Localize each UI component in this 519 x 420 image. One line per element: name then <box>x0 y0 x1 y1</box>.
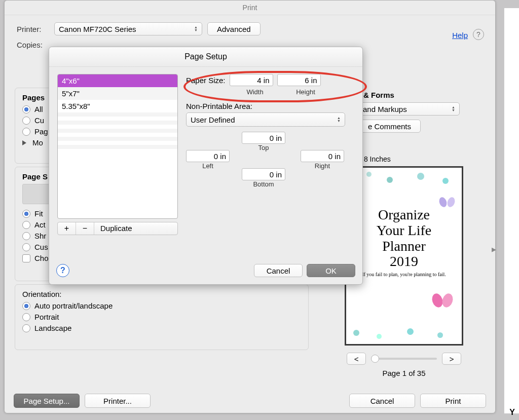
margin-right-label: Right <box>301 162 344 170</box>
add-size-button[interactable]: + <box>58 222 76 235</box>
custom-radio[interactable] <box>22 243 30 251</box>
cover-line1: Organize <box>346 207 462 223</box>
print-button[interactable]: Print <box>420 394 486 408</box>
preview-next-button[interactable]: > <box>442 353 461 365</box>
size-option-1[interactable]: 5"x7" <box>58 87 177 100</box>
size-list-toolbar: + − Duplicate <box>57 222 178 235</box>
cover-line4: 2019 <box>346 254 462 270</box>
actual-radio[interactable] <box>22 221 30 229</box>
margin-bottom-label: Bottom <box>242 180 285 188</box>
remove-size-button[interactable]: − <box>76 222 94 235</box>
orient-portrait-radio[interactable] <box>22 313 30 321</box>
butterfly-icon <box>439 197 455 208</box>
margin-bottom-input[interactable]: 0 in <box>242 168 285 180</box>
sheet-cancel-button[interactable]: Cancel <box>254 264 303 277</box>
butterfly-icon <box>432 293 453 309</box>
preview-size-label: x 8 Inches <box>358 155 475 163</box>
sheet-help-button[interactable]: ? <box>56 264 69 277</box>
pages-all-radio[interactable] <box>22 105 30 113</box>
page-setup-button[interactable]: Page Setup... <box>14 394 80 408</box>
paper-size-list[interactable]: 4"x6" 5"x7" 5.35"x8" <box>57 74 178 219</box>
paper-size-label: Paper Size: <box>186 76 226 85</box>
orient-portrait-label: Portrait <box>34 313 59 321</box>
height-label: Height <box>280 88 331 96</box>
cover-line3: Planner <box>346 239 462 254</box>
margin-left-label: Left <box>186 162 230 170</box>
summarize-comments-button[interactable]: e Comments <box>358 120 421 133</box>
cancel-button[interactable]: Cancel <box>349 394 415 408</box>
expand-right-icon[interactable]: ▸ <box>492 244 496 255</box>
chevron-updown-icon: ▲▼ <box>452 106 455 112</box>
pages-current-label: Cu <box>34 116 44 125</box>
sheet-ok-button[interactable]: OK <box>307 264 355 277</box>
preview-slider[interactable] <box>371 358 437 360</box>
width-input[interactable]: 4 in <box>230 74 273 86</box>
pages-all-label: All <box>34 105 43 113</box>
background-y-icon: Y <box>509 408 515 417</box>
orientation-group: Orientation: Auto portrait/landscape Por… <box>15 284 309 350</box>
help-icon[interactable]: ? <box>473 29 484 40</box>
size-option-2[interactable]: 5.35"x8" <box>58 100 177 112</box>
comments-selected: and Markups <box>363 105 407 113</box>
bottom-bar: Page Setup... Printer... Cancel Print <box>5 394 495 408</box>
chevron-updown-icon: ▲▼ <box>194 26 198 32</box>
duplicate-size-button[interactable]: Duplicate <box>94 222 138 235</box>
printer-selected: Canon MF720C Series <box>59 25 136 33</box>
sheet-title: Page Setup <box>49 47 362 67</box>
page-setup-sheet: Page Setup 4"x6" 5"x7" 5.35"x8" + − Dupl… <box>49 47 363 285</box>
pages-range-radio[interactable] <box>22 128 30 136</box>
advanced-button[interactable]: Advanced <box>207 22 261 35</box>
printer-button[interactable]: Printer... <box>85 394 151 408</box>
page-indicator: Page 1 of 35 <box>333 369 475 377</box>
size-option-0[interactable]: 4"x6" <box>58 74 177 87</box>
choose-checkbox[interactable] <box>22 254 30 262</box>
fit-radio[interactable] <box>22 210 30 218</box>
shrink-label: Shr <box>34 232 46 240</box>
non-printable-label: Non-Printable Area: <box>186 102 354 110</box>
shrink-radio[interactable] <box>22 232 30 240</box>
non-printable-select[interactable]: User Defined ▲▼ <box>186 112 345 127</box>
actual-label: Act <box>34 220 46 229</box>
pages-range-label: Pag <box>34 127 48 136</box>
margin-top-input[interactable]: 0 in <box>242 132 285 144</box>
orient-landscape-radio[interactable] <box>22 324 30 332</box>
help-link[interactable]: Help <box>452 31 468 40</box>
orient-auto-label: Auto portrait/landscape <box>34 301 113 310</box>
orient-landscape-label: Landscape <box>34 324 71 332</box>
comments-select[interactable]: and Markups ▲▼ <box>358 102 460 116</box>
disclosure-icon[interactable] <box>22 140 26 145</box>
pages-current-radio[interactable] <box>22 117 30 125</box>
fit-label: Fit <box>34 209 43 218</box>
choose-label: Cho <box>34 254 49 262</box>
window-title: Print <box>5 1 495 15</box>
width-label: Width <box>230 88 280 96</box>
copies-label: Copies: <box>17 41 49 49</box>
printer-label: Printer: <box>17 25 49 33</box>
chevron-updown-icon: ▲▼ <box>337 117 341 123</box>
cover-tagline: If you fail to plan, you're planning to … <box>346 272 462 277</box>
margin-grid: 0 in Top 0 in Left 0 in Right 0 in Botto… <box>186 132 354 203</box>
orient-auto-radio[interactable] <box>22 302 30 310</box>
slider-thumb[interactable] <box>371 355 379 363</box>
orientation-title: Orientation: <box>22 290 301 298</box>
pages-more-label: Mo <box>32 138 43 147</box>
printer-select[interactable]: Canon MF720C Series ▲▼ <box>54 22 202 35</box>
custom-label: Cus <box>34 243 48 251</box>
height-input[interactable]: 6 in <box>277 74 321 86</box>
cover-line2: Your Life <box>346 223 462 239</box>
margin-left-input[interactable]: 0 in <box>186 150 230 162</box>
preview-prev-button[interactable]: < <box>347 353 366 365</box>
forms-title: & Forms <box>363 91 475 99</box>
margin-right-input[interactable]: 0 in <box>301 150 344 162</box>
non-printable-selected: User Defined <box>191 116 235 124</box>
margin-top-label: Top <box>242 144 285 151</box>
background-page <box>504 8 519 413</box>
